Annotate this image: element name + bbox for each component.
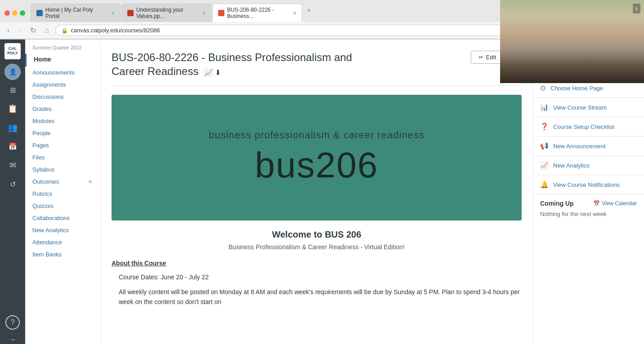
view-notifications-button[interactable]: 🔔 View Course Notifications [533,175,644,194]
new-tab-button[interactable]: + [303,4,314,22]
tab-close-canvas[interactable]: ✕ [293,11,296,16]
back-button[interactable]: ‹ [4,26,12,35]
banner-course-prefix: bus [255,145,316,185]
nav-dashboard[interactable]: ⊞ [4,81,22,99]
nav-history[interactable]: ↺ [4,175,22,193]
sidebar-item-people[interactable]: People [25,127,100,139]
sidebar-item-rubrics[interactable]: Rubrics [25,188,100,200]
tab-label-pp: Understanding your Values.pp... [136,7,199,19]
download-icon: ⬇ [215,68,221,78]
nav-groups[interactable]: 👥 [4,119,22,137]
tab-icon-canvas [218,10,224,16]
banner-subtitle: business professionalism & career readin… [209,129,425,141]
view-calendar-link[interactable]: 📅 View Calendar [593,200,637,207]
sidebar: Summer Quarter 2022 Home Announcements A… [25,40,101,344]
nav-logout[interactable]: → [4,331,22,344]
window-controls [4,10,25,16]
nav-courses[interactable]: 📋 [4,100,22,118]
tab-icon-pp [127,10,134,16]
sidebar-item-quizzes[interactable]: Quizzes [25,200,100,212]
page-title: BUS-206-80-2226 - Business Professionali… [112,50,352,78]
refresh-button[interactable]: ↻ [27,25,39,35]
tab-close-pp[interactable]: ✕ [202,11,206,16]
tab-portal[interactable]: Home | My Cal Poly Portal ✕ [31,4,121,22]
course-checklist-button[interactable]: ❓ Course Setup Checklist [533,117,644,137]
logo-text: CAL POLY [7,47,18,56]
sidebar-item-grades[interactable]: Grades [25,103,100,115]
cal-poly-logo: CAL POLY [4,43,21,59]
nothing-text: Nothing for the next week [540,211,637,217]
sidebar-item-attendance[interactable]: Attendance [25,236,100,248]
nav-calendar[interactable]: 📅 [4,137,22,155]
video-collapse-button[interactable]: › [633,4,640,13]
chart-up-icon: 📈 [204,68,213,78]
eye-icon: 👁 [88,179,93,185]
tab-close-portal[interactable]: ✕ [111,11,115,16]
sidebar-item-pages[interactable]: Pages [25,139,100,151]
main-content: BUS-206-80-2226 - Business Professionali… [101,40,532,344]
course-checklist-icon: ❓ [540,123,549,131]
app-wrapper: CAL POLY 👤 ⊞ 📋 👥 📅 ✉ ↺ ? → Summer Quarte… [0,40,644,344]
tab-label-portal: Home | My Cal Poly Portal [45,7,108,19]
view-stream-icon: 📊 [540,103,549,111]
tab-icon-portal [36,10,43,16]
home-button[interactable]: ⌂ [42,26,52,35]
sidebar-item-discussions[interactable]: Discussions [25,91,100,103]
sidebar-item-new-analytics[interactable]: New Analytics [25,224,100,236]
welcome-subtitle: Business Professionalism & Career Readin… [112,243,522,251]
sidebar-item-syllabus[interactable]: Syllabus [25,163,100,176]
choose-home-icon: ⊙ [540,84,546,92]
title-icons: 📈 ⬇ [204,68,221,78]
video-feed [500,0,644,83]
view-stream-button[interactable]: 📊 View Course Stream [533,98,644,117]
sidebar-item-files[interactable]: Files [25,151,100,163]
close-dot[interactable] [4,10,10,16]
coming-up-section: Coming Up 📅 View Calendar Nothing for th… [533,194,644,223]
view-notifications-icon: 🔔 [540,181,549,189]
banner-title: bus206 [255,145,378,186]
lock-icon: 🔒 [61,27,68,34]
new-announcement-icon: 📢 [540,142,549,150]
banner-course-number: 206 [316,145,378,185]
new-analytics-button[interactable]: 📈 New Analytics [533,156,644,175]
sidebar-home[interactable]: Home [25,54,100,66]
edit-button[interactable]: ✂ Edit [471,51,504,64]
welcome-heading: Welcome to BUS 206 [112,229,522,240]
page-header: BUS-206-80-2226 - Business Professionali… [112,50,522,86]
course-banner: business professionalism & career readin… [112,95,522,221]
sidebar-item-collaborations[interactable]: Collaborations [25,212,100,224]
video-overlay: › [500,0,644,83]
new-analytics-icon: 📈 [540,161,549,169]
icon-nav: CAL POLY 👤 ⊞ 📋 👥 📅 ✉ ↺ ? → [0,40,25,344]
right-sidebar: 📥 Import Existing Content 🔄 Import from … [532,40,644,344]
sidebar-item-assignments[interactable]: Assignments [25,79,100,91]
nav-help[interactable]: ? [5,315,20,330]
forward-button[interactable]: › [16,26,23,35]
about-heading: About this Course [112,260,522,267]
avatar[interactable]: 👤 [4,64,21,80]
minimize-dot[interactable] [12,10,18,16]
tab-label-canvas: BUS-206-80-2226 - Business... [227,7,290,19]
sidebar-item-outcomes[interactable]: Outcomes 👁 [25,176,100,188]
content-schedule: All weekly content will be posted on Mon… [112,287,522,307]
nav-inbox[interactable]: ✉ [4,156,22,174]
calendar-icon: 📅 [593,200,600,207]
coming-up-title: Coming Up [540,200,574,207]
edit-icon: ✂ [479,54,483,61]
sidebar-item-announcements[interactable]: Announcements [25,66,100,79]
sidebar-quarter: Summer Quarter 2022 [25,40,100,54]
tab-pp[interactable]: Understanding your Values.pp... ✕ [121,4,211,22]
new-announcement-button[interactable]: 📢 New Announcement [533,137,644,156]
coming-up-header: Coming Up 📅 View Calendar [540,200,637,207]
course-dates: Course Dates: June 20 - July 22 [112,272,522,282]
sidebar-item-item-banks[interactable]: Item Banks [25,248,100,260]
sidebar-item-modules[interactable]: Modules [25,115,100,127]
maximize-dot[interactable] [20,10,25,16]
tab-canvas[interactable]: BUS-206-80-2226 - Business... ✕ [212,4,302,22]
